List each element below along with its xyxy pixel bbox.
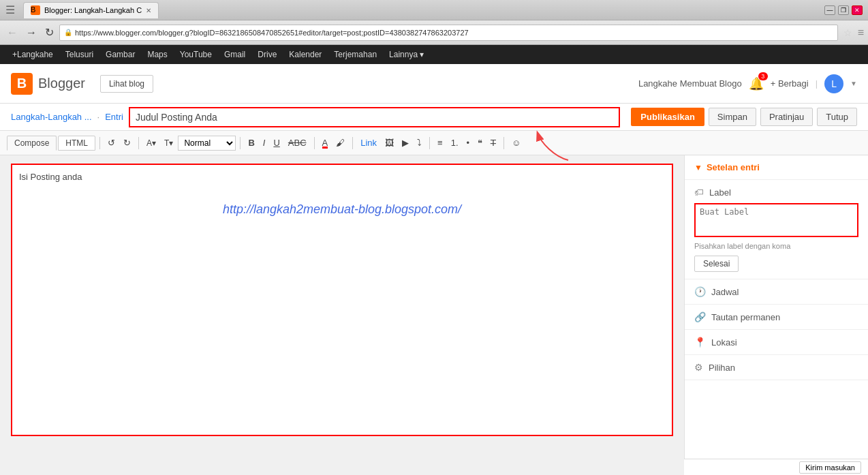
unordered-list-btn[interactable]: • bbox=[463, 136, 474, 149]
editor-area[interactable]: Isi Posting anda http://langkah2membuat-… bbox=[0, 155, 684, 475]
reload-btn[interactable]: ↻ bbox=[42, 25, 57, 40]
italic-btn[interactable]: I bbox=[260, 136, 269, 149]
html-tab[interactable]: HTML bbox=[58, 136, 95, 151]
font-color-btn[interactable]: A bbox=[319, 136, 332, 150]
label-title-text: Label bbox=[709, 187, 731, 198]
nav-maps[interactable]: Maps bbox=[142, 48, 172, 61]
tautan-permanen-item[interactable]: 🔗 Tautan permanen bbox=[685, 305, 868, 330]
browser-tab[interactable]: B Blogger: Langkah-Langkah C ✕ bbox=[23, 2, 159, 18]
ordered-list-btn[interactable]: 1. bbox=[448, 136, 462, 149]
tautan-permanen-label: Tautan permanen bbox=[711, 312, 780, 322]
link-btn[interactable]: Link bbox=[357, 136, 380, 149]
simpan-button[interactable]: Simpan bbox=[709, 108, 756, 126]
compose-tab[interactable]: Compose bbox=[7, 136, 57, 151]
toolbar-separator-3 bbox=[240, 137, 241, 149]
post-action-buttons: Publikasikan Simpan Pratinjau Tutup bbox=[631, 108, 857, 126]
remove-format-btn[interactable]: T̶ bbox=[487, 136, 499, 149]
gear-icon: ⚙ bbox=[694, 362, 703, 373]
post-title-input[interactable] bbox=[129, 107, 620, 127]
lokasi-item[interactable]: 📍 Lokasi bbox=[685, 330, 868, 355]
nav-gambar[interactable]: Gambar bbox=[100, 48, 140, 61]
address-text: https://www.blogger.com/blogger.g?blogID… bbox=[75, 29, 469, 37]
video-btn[interactable]: ▶ bbox=[399, 136, 412, 149]
heading-select[interactable]: Normal Heading 1 Heading 2 Heading 3 bbox=[178, 136, 236, 151]
toolbar-separator-7 bbox=[503, 137, 504, 149]
redo-btn[interactable]: ↻ bbox=[120, 136, 134, 149]
browser-menu-icon[interactable]: ☰ bbox=[5, 3, 15, 16]
undo-btn[interactable]: ↺ bbox=[104, 136, 119, 149]
header-right: Langkahe Membuat Blogo 🔔 3 + Berbagi | L… bbox=[638, 74, 857, 93]
google-navbar: +Langkahe Telusuri Gambar Maps YouTube G… bbox=[0, 45, 868, 64]
separator-icon: | bbox=[816, 78, 818, 89]
post-nav: Langkah-Langkah ... · Entri Publikasikan… bbox=[0, 104, 868, 131]
tab-close-btn[interactable]: ✕ bbox=[146, 7, 151, 14]
forward-btn[interactable]: → bbox=[23, 25, 40, 40]
editor-watermark: http://langkah2membuat-blog.blogspot.com… bbox=[19, 202, 665, 217]
toolbar-separator-6 bbox=[429, 137, 430, 149]
blogger-header: B Blogger Lihat blog Langkahe Membuat Bl… bbox=[0, 64, 868, 104]
lokasi-label: Lokasi bbox=[711, 337, 737, 348]
pilihan-label: Pilihan bbox=[709, 363, 735, 373]
nav-telusuri[interactable]: Telusuri bbox=[60, 48, 99, 61]
editor-toolbar: Compose HTML ↺ ↻ A​▾ T​▾ Normal Heading … bbox=[0, 131, 868, 155]
align-btn[interactable]: ≡ bbox=[434, 136, 446, 149]
nav-kalender[interactable]: Kalender bbox=[283, 48, 327, 61]
publikasikan-button[interactable]: Publikasikan bbox=[631, 108, 704, 126]
location-icon: 📍 bbox=[694, 337, 706, 348]
label-block-title: 🏷 Label bbox=[694, 187, 858, 198]
bold-btn[interactable]: B bbox=[245, 136, 258, 149]
jump-btn[interactable]: ⤵ bbox=[414, 136, 425, 149]
back-btn[interactable]: ← bbox=[4, 25, 20, 40]
blockquote-btn[interactable]: ❝ bbox=[474, 136, 486, 149]
editor-body-text: Isi Posting anda bbox=[19, 172, 665, 182]
page-wrapper: ☰ B Blogger: Langkah-Langkah C ✕ — ❐ ✕ ←… bbox=[0, 0, 868, 475]
notification-btn[interactable]: 🔔 3 bbox=[749, 76, 764, 91]
tutup-button[interactable]: Tutup bbox=[817, 108, 857, 126]
toolbar-separator-1 bbox=[99, 137, 100, 149]
lihat-blog-button[interactable]: Lihat blog bbox=[100, 75, 153, 93]
clock-icon: 🕐 bbox=[694, 286, 706, 297]
avatar-dropdown-icon[interactable]: ▼ bbox=[850, 80, 857, 87]
label-block: 🏷 Label Pisahkan label dengan koma Seles… bbox=[685, 180, 868, 279]
address-bar[interactable]: 🔒 https://www.blogger.com/blogger.g?blog… bbox=[59, 25, 838, 41]
editor-canvas[interactable]: Isi Posting anda http://langkah2membuat-… bbox=[11, 164, 673, 436]
nav-terjemahan[interactable]: Terjemahan bbox=[328, 48, 382, 61]
lock-icon: 🔒 bbox=[64, 29, 72, 36]
label-textarea[interactable] bbox=[694, 203, 858, 237]
font-style-btn[interactable]: A​▾ bbox=[143, 137, 159, 149]
label-icon: 🏷 bbox=[694, 187, 704, 198]
main-content: Isi Posting anda http://langkah2membuat-… bbox=[0, 155, 868, 475]
strikethrough-btn[interactable]: ABC bbox=[285, 136, 310, 149]
tab-favicon: B bbox=[31, 5, 40, 15]
selesai-button[interactable]: Selesai bbox=[694, 256, 739, 272]
label-hint: Pisahkan label dengan koma bbox=[694, 242, 858, 250]
browser-toolbar: ← → ↻ 🔒 https://www.blogger.com/blogger.… bbox=[0, 20, 868, 45]
underline-btn[interactable]: U bbox=[270, 136, 283, 149]
user-avatar[interactable]: L bbox=[824, 74, 843, 93]
pilihan-item[interactable]: ⚙ Pilihan bbox=[685, 355, 868, 380]
toolbar-separator-4 bbox=[314, 137, 315, 149]
maximize-btn[interactable]: ❐ bbox=[838, 5, 849, 15]
close-btn[interactable]: ✕ bbox=[852, 5, 863, 15]
bookmark-star-icon[interactable]: ☆ bbox=[843, 27, 852, 38]
pratinjau-button[interactable]: Pratinjau bbox=[760, 108, 813, 126]
nav-youtube[interactable]: YouTube bbox=[174, 48, 217, 61]
emoji-btn[interactable]: ☺ bbox=[508, 136, 524, 149]
blogger-logo-icon: B bbox=[11, 73, 33, 95]
jadwal-item[interactable]: 🕐 Jadwal bbox=[685, 279, 868, 305]
wrench-icon[interactable]: ≡ bbox=[858, 27, 864, 39]
nav-drive[interactable]: Drive bbox=[252, 48, 282, 61]
setelan-entri-header[interactable]: ▼ Setelan entri bbox=[685, 155, 868, 180]
font-size-btn[interactable]: T​▾ bbox=[161, 137, 176, 149]
nav-langkahe[interactable]: +Langkahe bbox=[7, 48, 59, 61]
link-icon: 🔗 bbox=[694, 311, 706, 322]
berbagi-button[interactable]: + Berbagi bbox=[771, 78, 809, 89]
breadcrumb-blog-link[interactable]: Langkah-Langkah ... bbox=[11, 112, 92, 122]
minimize-btn[interactable]: — bbox=[824, 5, 835, 15]
breadcrumb-entry-link[interactable]: Entri bbox=[105, 112, 123, 122]
nav-gmail[interactable]: Gmail bbox=[219, 48, 251, 61]
image-btn[interactable]: 🖼 bbox=[382, 136, 397, 149]
nav-lainnya[interactable]: Lainnya ▾ bbox=[384, 48, 429, 61]
highlight-btn[interactable]: 🖌 bbox=[332, 136, 348, 149]
kirim-masukan-button[interactable]: Kirim masukan bbox=[799, 461, 861, 474]
